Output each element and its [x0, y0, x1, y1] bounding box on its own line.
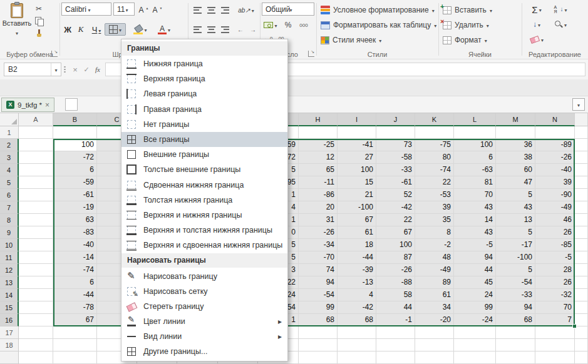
cell[interactable]: [299, 126, 338, 139]
cell[interactable]: [575, 276, 588, 289]
cell[interactable]: [575, 214, 588, 226]
cell[interactable]: -75: [415, 139, 454, 151]
cell[interactable]: [575, 351, 588, 364]
cell[interactable]: [19, 339, 53, 351]
cell[interactable]: 94: [496, 301, 535, 314]
insert-function-button[interactable]: [93, 64, 103, 74]
cell[interactable]: [575, 201, 588, 214]
cell[interactable]: 43: [496, 201, 535, 214]
cell[interactable]: -49: [535, 201, 575, 214]
cell[interactable]: -85: [535, 239, 575, 251]
cell[interactable]: [53, 326, 97, 339]
menu-item[interactable]: Толстая нижняя граница: [121, 193, 287, 208]
delete-cells-button[interactable]: Удалить: [443, 18, 489, 32]
cell[interactable]: 6: [454, 151, 496, 164]
new-tab-button[interactable]: [65, 98, 78, 111]
menu-item[interactable]: Вид линии: [121, 329, 287, 344]
menu-item[interactable]: Нижняя граница: [121, 56, 287, 71]
cell[interactable]: [575, 326, 588, 339]
align-top-button[interactable]: [191, 4, 204, 16]
row-header[interactable]: [0, 351, 19, 364]
menu-item[interactable]: Внешние границы: [121, 147, 287, 162]
cell[interactable]: -42: [338, 301, 376, 314]
cell[interactable]: 47: [496, 176, 535, 189]
cell[interactable]: 22: [376, 214, 415, 226]
cell[interactable]: [19, 176, 53, 189]
cell[interactable]: 58: [376, 289, 415, 301]
cell[interactable]: 13: [496, 214, 535, 226]
column-header[interactable]: K: [415, 113, 454, 126]
cell[interactable]: -72: [53, 151, 97, 164]
cell[interactable]: [454, 126, 496, 139]
cell[interactable]: -83: [53, 226, 97, 239]
select-all-corner[interactable]: [0, 113, 19, 126]
cell[interactable]: 38: [496, 151, 535, 164]
cell[interactable]: 48: [415, 251, 454, 264]
cell[interactable]: -49: [415, 264, 454, 276]
cell[interactable]: 5: [496, 189, 535, 201]
column-header[interactable]: B: [53, 113, 97, 126]
bold-button[interactable]: Ж: [61, 23, 74, 36]
cell[interactable]: 46: [535, 214, 575, 226]
row-header[interactable]: 4: [0, 164, 19, 176]
cell[interactable]: 5: [496, 226, 535, 239]
row-header[interactable]: 8: [0, 214, 19, 226]
cell[interactable]: -74: [415, 164, 454, 176]
cell[interactable]: -2: [415, 239, 454, 251]
cell[interactable]: 61: [415, 289, 454, 301]
menu-item[interactable]: Стереть границу: [121, 299, 287, 314]
italic-button[interactable]: К: [75, 23, 87, 36]
paste-button[interactable]: Вставить: [3, 1, 31, 43]
clipboard-dialog-launcher[interactable]: [51, 51, 58, 57]
row-header[interactable]: 14: [0, 289, 19, 301]
cell[interactable]: 68: [496, 314, 535, 326]
cell[interactable]: -88: [376, 276, 415, 289]
cell[interactable]: [454, 326, 496, 339]
column-header[interactable]: J: [376, 113, 415, 126]
font-name-combo[interactable]: Calibri: [61, 3, 111, 16]
cell[interactable]: -58: [376, 151, 415, 164]
autosum-button[interactable]: Σ: [526, 3, 547, 16]
cell[interactable]: 87: [376, 251, 415, 264]
cell[interactable]: -33: [496, 289, 535, 301]
cell[interactable]: 52: [376, 189, 415, 201]
cell[interactable]: [19, 326, 53, 339]
cell[interactable]: 26: [535, 276, 575, 289]
cell[interactable]: 43: [454, 201, 496, 214]
cell[interactable]: 94: [454, 251, 496, 264]
cell[interactable]: -61: [376, 176, 415, 189]
cell[interactable]: [19, 139, 53, 151]
cell[interactable]: [19, 251, 53, 264]
row-header[interactable]: 17: [0, 326, 19, 339]
cell[interactable]: -34: [299, 239, 338, 251]
menu-item[interactable]: Верхняя и нижняя границы: [121, 208, 287, 223]
cell[interactable]: 6: [53, 164, 97, 176]
cell[interactable]: -24: [454, 314, 496, 326]
cell[interactable]: -5: [454, 239, 496, 251]
column-header[interactable]: L: [454, 113, 496, 126]
workbook-tab[interactable]: 9_tkfg *: [1, 98, 54, 112]
decrease-font-button[interactable]: [151, 4, 163, 16]
copy-button[interactable]: [33, 15, 45, 28]
align-center-button[interactable]: [205, 23, 217, 36]
cell[interactable]: 68: [338, 314, 376, 326]
cell[interactable]: [415, 351, 454, 364]
cell[interactable]: -74: [53, 264, 97, 276]
cell[interactable]: [575, 164, 588, 176]
cell[interactable]: -25: [299, 139, 338, 151]
enter-button[interactable]: [81, 64, 91, 74]
conditional-formatting-button[interactable]: Условное форматирование: [321, 3, 435, 17]
cell[interactable]: [19, 226, 53, 239]
cell[interactable]: [575, 226, 588, 239]
column-header[interactable]: N: [535, 113, 575, 126]
cell[interactable]: [19, 276, 53, 289]
cell[interactable]: -89: [535, 139, 575, 151]
fill-handle[interactable]: [572, 324, 577, 328]
menu-item[interactable]: Сдвоенная нижняя граница: [121, 178, 287, 193]
cell[interactable]: 67: [338, 214, 376, 226]
font-color-button[interactable]: А: [153, 23, 175, 36]
cell[interactable]: -86: [299, 189, 338, 201]
formula-bar-splitter[interactable]: [64, 66, 66, 74]
row-header[interactable]: 10: [0, 239, 19, 251]
cell[interactable]: [338, 326, 376, 339]
